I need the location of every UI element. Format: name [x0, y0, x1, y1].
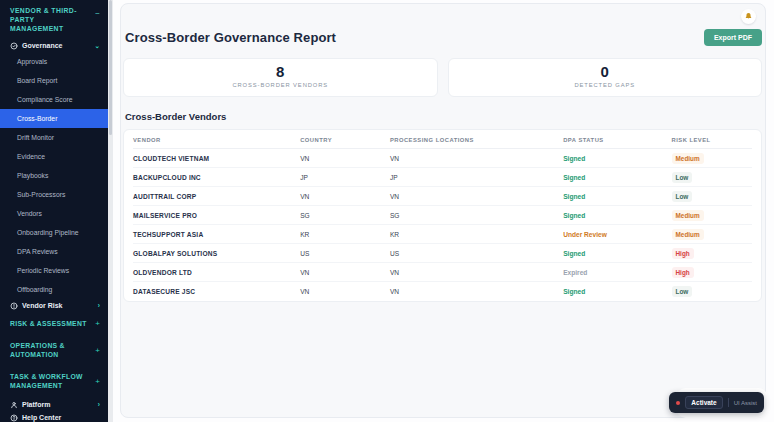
ui-assist-widget[interactable]: Activate UI Assist [669, 392, 764, 413]
scrollbar-thumb[interactable] [109, 0, 112, 135]
sidebar-item-offboarding[interactable]: Offboarding [0, 280, 108, 299]
stat-label: DETECTED GAPS [449, 82, 762, 88]
risk-level-badge: High [672, 248, 694, 259]
table-row[interactable]: GLOBALPAY SOLUTIONSUSUSSignedHigh [133, 244, 752, 263]
risk-level-cell: Low [672, 172, 753, 183]
help-center-label: Help Center [22, 414, 61, 421]
person-icon [10, 401, 18, 409]
sidebar-item-playbooks[interactable]: Playbooks [0, 166, 108, 185]
column-header-risk-level: RISK LEVEL [672, 137, 753, 143]
collapse-icon[interactable]: − [95, 10, 100, 18]
vendor-name: DATASECURE JSC [133, 288, 300, 295]
sidebar-group-vendor-risk[interactable]: Vendor Risk › [0, 302, 108, 310]
sidebar-group-platform[interactable]: Platform › [0, 401, 108, 409]
processing-locations: SG [390, 212, 563, 219]
sidebar-item-sub-processors[interactable]: Sub-Processors [0, 185, 108, 204]
sidebar-section-title: VENDOR & THIRD-PARTY MANAGEMENT [10, 7, 88, 33]
alert-circle-icon [10, 302, 18, 310]
dpa-status: Signed [563, 155, 671, 162]
risk-level-badge: Low [672, 172, 693, 183]
sidebar-item-periodic-reviews[interactable]: Periodic Reviews [0, 261, 108, 280]
page-title: Cross-Border Governance Report [125, 30, 336, 45]
country-code: VN [300, 155, 390, 162]
sidebar-section-risk-assessment[interactable]: RISK & ASSESSMENT+ [0, 315, 108, 332]
country-code: VN [300, 269, 390, 276]
country-code: VN [300, 288, 390, 295]
country-code: SG [300, 212, 390, 219]
table-row[interactable]: TECHSUPPORT ASIAKRKRUnder ReviewMedium [133, 225, 752, 244]
country-code: VN [300, 193, 390, 200]
sidebar-item-evidence[interactable]: Evidence [0, 147, 108, 166]
bell-icon [744, 12, 753, 21]
activate-button[interactable]: Activate [685, 396, 722, 409]
table-row[interactable]: CLOUDTECH VIETNAMVNVNSignedMedium [133, 149, 752, 168]
risk-level-badge: Low [672, 191, 693, 202]
sidebar-item-drift-monitor[interactable]: Drift Monitor [0, 128, 108, 147]
vendor-name: CLOUDTECH VIETNAM [133, 155, 300, 162]
page-header: Cross-Border Governance Report Export PD… [123, 29, 762, 46]
sidebar-section-header[interactable]: VENDOR & THIRD-PARTY MANAGEMENT − [0, 0, 108, 33]
chevron-right-icon: › [98, 302, 100, 309]
risk-level-cell: Low [672, 286, 753, 297]
sidebar-group-governance[interactable]: Governance ⌄ [0, 41, 108, 49]
chevron-down-icon: ⌄ [95, 42, 100, 50]
table-row[interactable]: AUDITTRAIL CORPVNVNSignedLow [133, 187, 752, 206]
sidebar-sections: RISK & ASSESSMENT+OPERATIONS & AUTOMATIO… [0, 310, 108, 395]
risk-level-badge: High [672, 267, 694, 278]
column-header-processing-locations: PROCESSING LOCATIONS [390, 137, 563, 143]
vendor-name: GLOBALPAY SOLUTIONS [133, 250, 300, 257]
table-row[interactable]: MAILSERVICE PROSGSGSignedMedium [133, 206, 752, 225]
sidebar-item-dpa-reviews[interactable]: DPA Reviews [0, 242, 108, 261]
dpa-status: Signed [563, 288, 671, 295]
sidebar-section-task-workflow-management[interactable]: TASK & WORKFLOW MANAGEMENT+ [0, 368, 108, 394]
section-label: RISK & ASSESSMENT [10, 319, 88, 328]
risk-level-cell: Medium [672, 210, 753, 221]
platform-label: Platform [22, 401, 50, 408]
dpa-status: Signed [563, 174, 671, 181]
check-circle-icon [10, 42, 18, 50]
processing-locations: KR [390, 231, 563, 238]
risk-level-cell: High [672, 248, 753, 259]
vendor-name: MAILSERVICE PRO [133, 212, 300, 219]
processing-locations: VN [390, 288, 563, 295]
table-row[interactable]: OLDVENDOR LTDVNVNExpiredHigh [133, 263, 752, 282]
stat-value: 8 [124, 63, 437, 80]
notification-bell-button[interactable] [741, 9, 756, 24]
dpa-status: Signed [563, 193, 671, 200]
column-header-vendor: VENDOR [133, 137, 300, 143]
country-code: JP [300, 174, 390, 181]
risk-level-cell: High [672, 267, 753, 278]
sidebar-item-compliance-score[interactable]: Compliance Score [0, 90, 108, 109]
vendor-name: BACKUPCLOUD INC [133, 174, 300, 181]
section-label: TASK & WORKFLOW MANAGEMENT [10, 372, 88, 390]
export-pdf-button[interactable]: Export PDF [704, 29, 762, 46]
stat-label: CROSS-BORDER VENDORS [124, 82, 437, 88]
sidebar-item-cross-border[interactable]: Cross-Border [0, 109, 108, 128]
stat-value: 0 [449, 63, 762, 80]
table-body: CLOUDTECH VIETNAMVNVNSignedMediumBACKUPC… [133, 149, 752, 301]
sidebar-section-operations-automation[interactable]: OPERATIONS & AUTOMATION+ [0, 337, 108, 363]
report-panel: Cross-Border Governance Report Export PD… [120, 3, 766, 418]
table-row[interactable]: DATASECURE JSCVNVNSignedLow [133, 282, 752, 301]
risk-level-badge: Medium [672, 153, 704, 164]
vendor-name: AUDITTRAIL CORP [133, 193, 300, 200]
sidebar-item-onboarding-pipeline[interactable]: Onboarding Pipeline [0, 223, 108, 242]
stats-row: 8 CROSS-BORDER VENDORS 0 DETECTED GAPS [123, 58, 762, 97]
country-code: US [300, 250, 390, 257]
sidebar-help-center[interactable]: Help Center [0, 414, 108, 422]
dpa-status: Signed [563, 250, 671, 257]
main-content: Cross-Border Governance Report Export PD… [113, 0, 774, 422]
sidebar: VENDOR & THIRD-PARTY MANAGEMENT − Govern… [0, 0, 108, 422]
divider [728, 398, 729, 407]
expand-icon: + [95, 319, 100, 328]
expand-icon: + [95, 346, 100, 355]
table-header-row: VENDORCOUNTRYPROCESSING LOCATIONSDPA STA… [133, 130, 752, 149]
dpa-status: Expired [563, 269, 671, 276]
sidebar-item-board-report[interactable]: Board Report [0, 71, 108, 90]
table-row[interactable]: BACKUPCLOUD INCJPJPSignedLow [133, 168, 752, 187]
processing-locations: VN [390, 155, 563, 162]
stat-card-detected-gaps: 0 DETECTED GAPS [448, 58, 763, 97]
sidebar-item-approvals[interactable]: Approvals [0, 52, 108, 71]
sidebar-item-vendors[interactable]: Vendors [0, 204, 108, 223]
risk-level-badge: Medium [672, 229, 704, 240]
